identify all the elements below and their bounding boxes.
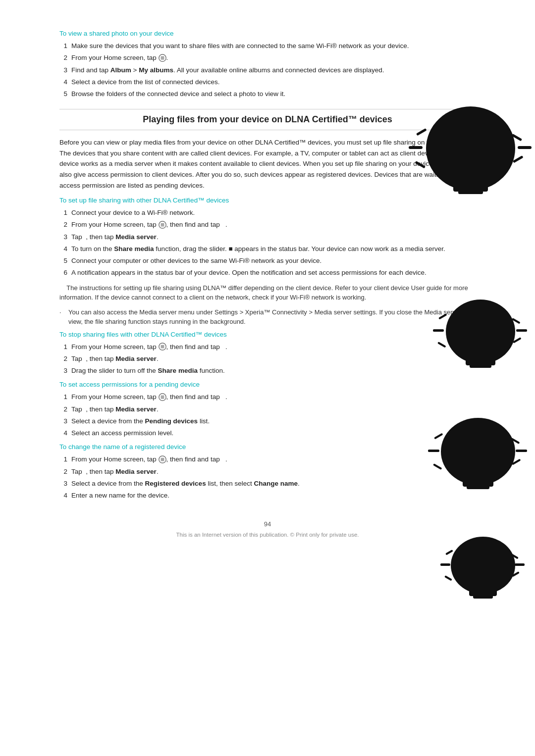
- svg-rect-85: [512, 571, 520, 577]
- svg-point-11: [160, 223, 161, 224]
- section-heading-view-shared: To view a shared photo on your device: [59, 30, 476, 37]
- svg-rect-78: [469, 588, 497, 596]
- svg-point-6: [163, 57, 164, 58]
- list-item: 6 A notification appears in the status b…: [59, 268, 476, 278]
- note-2: · You can also access the Media server m…: [59, 307, 476, 327]
- svg-point-38: [162, 398, 163, 399]
- svg-point-3: [163, 56, 164, 57]
- note-1: The instructions for setting up file sha…: [59, 283, 476, 302]
- svg-point-77: [451, 537, 515, 594]
- section-view-shared: To view a shared photo on your device 1 …: [59, 30, 476, 99]
- list-item: 3 Find and tap Album > My albums. All yo…: [59, 65, 476, 75]
- svg-rect-72: [516, 450, 527, 452]
- svg-point-4: [160, 57, 161, 58]
- list-item: 2 Tap , then tap Media server.: [59, 354, 476, 364]
- stop-sharing-steps: 1 From your Home screen, tap , then find…: [59, 342, 476, 376]
- svg-point-34: [160, 397, 161, 398]
- svg-rect-76: [512, 459, 521, 465]
- svg-point-9: [163, 58, 164, 59]
- footer-text: This is an Internet version of this publ…: [59, 532, 476, 538]
- svg-point-17: [160, 225, 161, 226]
- decorative-blob-4: [438, 535, 528, 606]
- svg-point-48: [162, 460, 163, 461]
- list-item: 1 From your Home screen, tap , then find…: [59, 454, 476, 464]
- list-item: 5 Browse the folders of the connected de…: [59, 89, 476, 99]
- svg-point-33: [163, 396, 164, 397]
- section-heading-change-name: To change the name of a registered devic…: [59, 443, 476, 451]
- chapter-intro: Before you can view or play media files …: [59, 137, 476, 191]
- section-heading-setup: To set up file sharing with other DLNA C…: [59, 197, 476, 204]
- svg-point-41: [160, 458, 161, 459]
- svg-point-19: [163, 225, 164, 226]
- view-shared-steps: 1 Make sure the devices that you want to…: [59, 41, 476, 99]
- list-item: 3 Tap , then tap Media server.: [59, 232, 476, 242]
- svg-point-12: [162, 223, 163, 224]
- svg-point-15: [162, 224, 163, 225]
- list-item: 1 Make sure the devices that you want to…: [59, 41, 476, 51]
- apps-icon: [159, 455, 166, 463]
- list-item: 4 To turn on the Share media function, d…: [59, 244, 476, 254]
- svg-point-18: [162, 225, 163, 226]
- page: To view a shared photo on your device 1 …: [0, 0, 535, 756]
- svg-point-45: [162, 459, 163, 460]
- apps-icon: [159, 54, 166, 62]
- svg-rect-80: [440, 563, 450, 566]
- list-item: 2 From your Home screen, tap .: [59, 53, 476, 63]
- svg-point-42: [162, 458, 163, 459]
- svg-point-5: [162, 57, 163, 58]
- section-access-permissions: To set access permissions for a pending …: [59, 381, 476, 438]
- svg-point-23: [163, 345, 164, 346]
- list-item: 3 Select a device from the Registered de…: [59, 479, 476, 489]
- svg-point-22: [162, 345, 163, 346]
- svg-rect-74: [511, 438, 520, 444]
- list-item: 1 From your Home screen, tap , then find…: [59, 392, 476, 402]
- svg-rect-67: [513, 337, 522, 343]
- svg-rect-54: [518, 146, 532, 149]
- svg-point-47: [160, 460, 161, 461]
- svg-rect-84: [444, 575, 452, 581]
- svg-point-46: [163, 459, 164, 460]
- section-heading-stop: To stop sharing files with other DLNA Ce…: [59, 331, 476, 338]
- list-item: 2 Tap , then tap Media server.: [59, 404, 476, 414]
- svg-rect-65: [512, 318, 521, 324]
- svg-rect-83: [511, 554, 519, 559]
- svg-point-1: [160, 56, 161, 57]
- list-item: 2 From your Home screen, tap , then find…: [59, 220, 476, 230]
- svg-point-29: [163, 348, 164, 349]
- svg-point-37: [160, 398, 161, 399]
- list-item: 4 Enter a new name for the device.: [59, 491, 476, 501]
- svg-point-8: [162, 58, 163, 59]
- svg-rect-81: [515, 563, 525, 566]
- section-heading-access: To set access permissions for a pending …: [59, 381, 476, 388]
- svg-rect-79: [473, 594, 493, 599]
- apps-icon: [159, 221, 166, 229]
- svg-point-44: [160, 459, 161, 460]
- svg-point-2: [162, 56, 163, 57]
- list-item: 1 Connect your device to a Wi-Fi® networ…: [59, 208, 476, 218]
- svg-point-7: [160, 58, 161, 59]
- svg-point-13: [163, 223, 164, 224]
- list-item: 5 Connect your computer or other devices…: [59, 256, 476, 266]
- svg-point-25: [162, 346, 163, 347]
- apps-icon: [159, 343, 166, 351]
- svg-rect-56: [512, 134, 523, 141]
- list-item: 4 Select a device from the list of conne…: [59, 77, 476, 87]
- svg-rect-58: [513, 155, 524, 163]
- chapter-title: Playing files from your device on DLNA C…: [59, 109, 476, 130]
- svg-point-35: [162, 397, 163, 398]
- svg-point-39: [163, 398, 164, 399]
- list-item: 3 Drag the slider to turn off the Share …: [59, 366, 476, 376]
- access-permissions-steps: 1 From your Home screen, tap , then find…: [59, 392, 476, 438]
- section-change-name: To change the name of a registered devic…: [59, 443, 476, 501]
- svg-point-27: [160, 348, 161, 349]
- apps-icon: [159, 393, 166, 401]
- svg-point-36: [163, 397, 164, 398]
- list-item: 3 Select a device from the Pending devic…: [59, 416, 476, 426]
- svg-point-16: [163, 224, 164, 225]
- svg-point-32: [162, 396, 163, 397]
- setup-sharing-steps: 1 Connect your device to a Wi-Fi® networ…: [59, 208, 476, 278]
- svg-point-14: [160, 224, 161, 225]
- svg-point-28: [162, 348, 163, 349]
- svg-point-26: [163, 346, 164, 347]
- svg-point-21: [160, 345, 161, 346]
